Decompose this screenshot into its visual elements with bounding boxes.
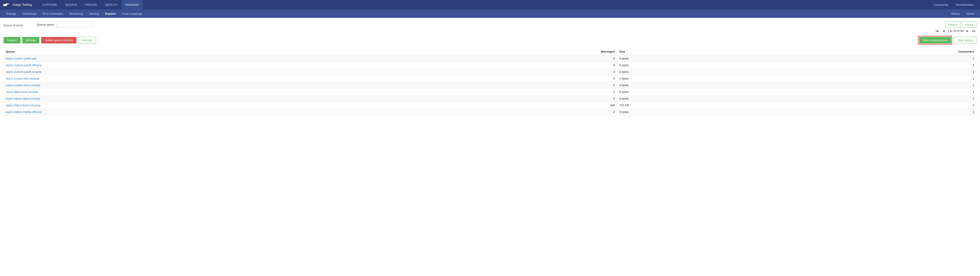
queue-name-cell[interactable]: async.failovr.bravo.onramp — [3, 102, 426, 109]
nav-capture[interactable]: CAPTURE — [38, 0, 61, 10]
bird-logo-icon — [3, 2, 11, 7]
table-row: async.custom.juliett.exit 0 0 bytes 1 — [3, 55, 977, 62]
col-consumers: Consumers — [763, 48, 977, 55]
queue-messages-cell: 0 — [426, 89, 617, 95]
subnav-code-mappings[interactable]: Code mappings — [119, 10, 145, 18]
second-navigation: Testing Dashboard Error messages Monitor… — [0, 10, 980, 18]
queue-consumers-cell: 1 — [763, 82, 977, 89]
pagination-row: ⏮ ◄ 1 to 18 of 66 ► ⏭ — [3, 29, 977, 33]
queue-name-cell[interactable]: async.failovr.alpha.onramp — [3, 95, 426, 102]
queue-form: Queue name — [37, 21, 92, 28]
subnav-testing[interactable]: Testing — [3, 10, 19, 18]
nav-manage[interactable]: MANAGE — [122, 0, 143, 10]
app-logo[interactable]: Image Testing — [3, 2, 32, 7]
main-nav-links: CAPTURE DESIGN CREATE DEPLOY MANAGE — [38, 0, 930, 10]
queue-size-cell: 722 KB — [617, 102, 763, 109]
queue-browser-title: Queue browser — [3, 22, 30, 27]
table-header-row: Queue Messages Size Consumers — [3, 48, 977, 55]
last-page-button[interactable]: ⏭ — [971, 29, 977, 33]
action-buttons-row: Explore Wiretap Delete queue (Admin) Ref… — [3, 36, 977, 45]
queue-name-cell[interactable]: async.custom.juliett.offramp — [3, 62, 426, 69]
subnav-monitoring[interactable]: Monitoring — [66, 10, 86, 18]
search-button[interactable]: Search — [945, 21, 961, 28]
wiretap-button[interactable]: Wiretap — [22, 37, 40, 43]
nav-deploy[interactable]: DEPLOY — [101, 0, 122, 10]
top-nav-right: Community Administration — [930, 0, 977, 10]
queue-messages-cell: 0 — [426, 95, 617, 102]
queue-consumers-cell: 1 — [763, 109, 977, 115]
table-row: async.custom.lima.onramp 0 0 bytes 1 — [3, 82, 977, 89]
queue-consumers-cell: 1 — [763, 75, 977, 82]
queue-consumers-cell: 1 — [763, 55, 977, 62]
table-row: async.failovr.charlie.offramp 0 0 bytes … — [3, 109, 977, 115]
queue-size-cell: 0 bytes — [617, 69, 763, 75]
svg-point-1 — [8, 3, 10, 4]
queue-table: Queue Messages Size Consumers async.cust… — [3, 48, 977, 115]
first-page-button[interactable]: ⏮ — [935, 29, 940, 33]
subnav-admin[interactable]: Admin — [963, 10, 977, 18]
reset-button[interactable]: Reset — [962, 21, 977, 28]
queue-consumers-cell: 1 — [763, 89, 977, 95]
table-row: async.custom.kilo.onramp 0 0 bytes 1 — [3, 75, 977, 82]
table-row: async.custom.juliett.offramp 0 0 bytes 1 — [3, 62, 977, 69]
subnav-dashboard[interactable]: Dashboard — [19, 10, 40, 18]
queue-consumers-cell: 1 — [763, 69, 977, 75]
queue-messages-cell: 0 — [426, 69, 617, 75]
queue-name-cell[interactable]: async.custom.juliett.exit — [3, 55, 426, 62]
queue-messages-cell: 0 — [426, 109, 617, 115]
delete-queue-button[interactable]: Delete queue (Admin) — [41, 37, 76, 43]
col-size: Size — [617, 48, 763, 55]
queue-consumers-cell: 1 — [763, 62, 977, 69]
refresh-button[interactable]: Refresh — [78, 37, 96, 44]
prev-page-button[interactable]: ◄ — [941, 29, 946, 33]
col-queue: Queue — [3, 48, 426, 55]
queue-messages-cell: 496 — [426, 102, 617, 109]
nav-create[interactable]: CREATE — [81, 0, 101, 10]
subnav-history[interactable]: History — [948, 10, 963, 18]
main-content: Queue browser Queue name Search Reset ⏮ … — [0, 18, 980, 276]
right-action-buttons: Open debug queue Stop debug — [918, 36, 977, 45]
queue-consumers-cell: 1 — [763, 95, 977, 102]
queue-size-cell: 0 bytes — [617, 95, 763, 102]
table-row: async.dtbs.oscar.onramp 0 0 bytes 1 — [3, 89, 977, 95]
queue-messages-cell: 0 — [426, 75, 617, 82]
queue-name-cell[interactable]: async.dtbs.oscar.onramp — [3, 89, 426, 95]
stop-debug-button[interactable]: Stop debug — [954, 37, 977, 44]
queue-consumers-cell: 0 — [763, 102, 977, 109]
queue-name-cell[interactable]: async.custom.juliett.onramp — [3, 69, 426, 75]
queue-size-cell: 0 bytes — [617, 75, 763, 82]
open-debug-queue-button[interactable]: Open debug queue — [919, 37, 951, 43]
subnav-alerting[interactable]: Alerting — [86, 10, 102, 18]
queue-name-cell[interactable]: async.failovr.charlie.offramp — [3, 109, 426, 115]
table-row: async.failovr.alpha.onramp 0 0 bytes 1 — [3, 95, 977, 102]
queue-name-cell[interactable]: async.custom.kilo.onramp — [3, 75, 426, 82]
table-row: async.failovr.bravo.onramp 496 722 KB 0 — [3, 102, 977, 109]
queue-name-label: Queue name — [37, 23, 54, 26]
queue-size-cell: 0 bytes — [617, 62, 763, 69]
col-messages: Messages — [426, 48, 617, 55]
queue-name-cell[interactable]: async.custom.lima.onramp — [3, 82, 426, 89]
app-title: Image Testing — [13, 3, 32, 6]
top-navigation: Image Testing CAPTURE DESIGN CREATE DEPL… — [0, 0, 980, 10]
queue-size-cell: 0 bytes — [617, 82, 763, 89]
queue-size-cell: 0 bytes — [617, 109, 763, 115]
queue-size-cell: 0 bytes — [617, 89, 763, 95]
queue-messages-cell: 0 — [426, 55, 617, 62]
next-page-button[interactable]: ► — [965, 29, 970, 33]
subnav-error-messages[interactable]: Error messages — [40, 10, 66, 18]
explore-button[interactable]: Explore — [3, 37, 21, 43]
subnav-explore[interactable]: Explore — [102, 10, 119, 18]
nav-design[interactable]: DESIGN — [61, 0, 81, 10]
pagination-text: 1 to 18 of 66 — [948, 29, 964, 32]
queue-name-input[interactable] — [57, 21, 92, 28]
queue-size-cell: 0 bytes — [617, 55, 763, 62]
nav-administration[interactable]: Administration — [952, 0, 977, 10]
table-row: async.custom.juliett.onramp 0 0 bytes 1 — [3, 69, 977, 75]
open-debug-queue-wrapper: Open debug queue — [918, 36, 952, 45]
second-nav-right: History Admin — [948, 10, 977, 18]
nav-community[interactable]: Community — [930, 0, 952, 10]
queue-messages-cell: 0 — [426, 62, 617, 69]
queue-messages-cell: 0 — [426, 82, 617, 89]
